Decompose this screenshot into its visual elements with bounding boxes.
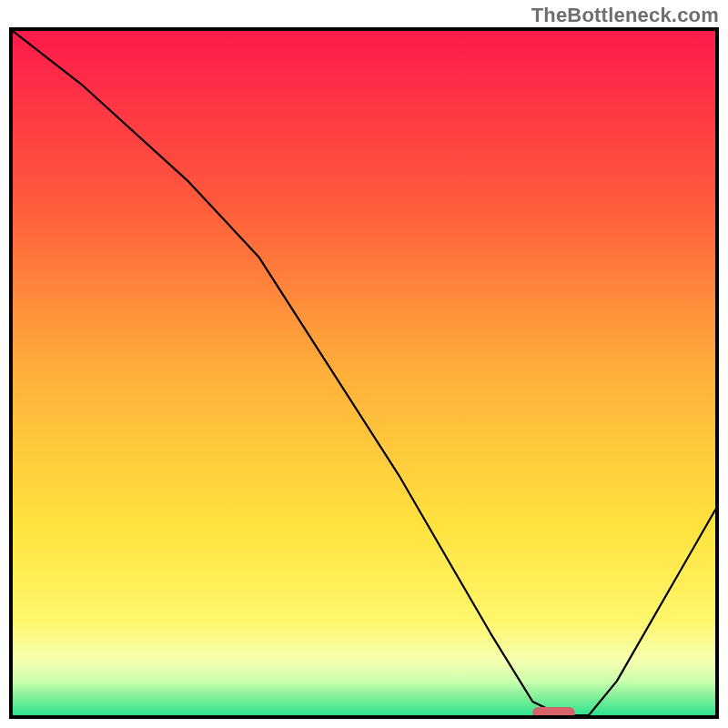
bottleneck-chart — [13, 31, 715, 715]
optimum-marker — [532, 707, 574, 715]
gradient-background — [13, 31, 715, 715]
chart-frame — [9, 27, 719, 719]
watermark-text: TheBottleneck.com — [531, 4, 719, 27]
